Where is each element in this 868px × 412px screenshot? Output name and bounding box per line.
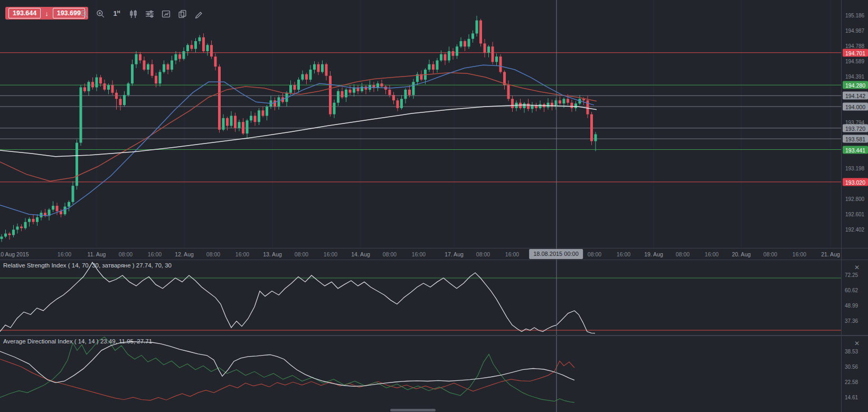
price-level-badge: 194.280	[843, 81, 868, 89]
candle-body	[171, 61, 173, 70]
time-tick-label: 12. Aug	[175, 251, 194, 257]
candle-body	[4, 234, 7, 237]
candle-body	[305, 74, 308, 80]
candle-body	[436, 61, 439, 70]
time-tick-label: 16:00	[792, 251, 806, 257]
time-tick-label: 10 Aug 2015	[0, 251, 29, 257]
candle-body	[107, 85, 110, 90]
candle-body	[389, 90, 391, 95]
time-tick-label: 11. Aug	[88, 251, 106, 257]
snapshot-icon[interactable]	[160, 8, 172, 20]
candle-body	[147, 64, 149, 70]
candle-body	[404, 90, 407, 99]
zoom-out-icon[interactable]	[78, 8, 90, 20]
time-tick-label: 17. Aug	[445, 251, 464, 257]
adx-minus-di-line	[0, 359, 574, 400]
candle-body	[36, 217, 39, 222]
candle-body	[52, 206, 54, 209]
adx-scale-label: 14.61	[845, 395, 858, 400]
compare-icon[interactable]	[176, 8, 188, 20]
scrollbar-handle[interactable]	[390, 409, 436, 411]
candle-body	[151, 64, 154, 76]
candle-body	[191, 45, 193, 49]
price-level-badge: 194.000	[843, 103, 868, 111]
candle-body	[539, 104, 542, 108]
candle-body	[8, 234, 11, 235]
adx-scale-label: 30.56	[845, 364, 858, 370]
price-tick-label: 194.788	[845, 43, 864, 49]
candle-body	[582, 99, 585, 100]
candle-body	[96, 78, 98, 88]
candle-body	[91, 82, 94, 87]
indicators-icon[interactable]	[127, 8, 139, 20]
candle-body	[495, 56, 498, 62]
time-tick-label: 08:00	[119, 251, 133, 257]
rsi-title: Relative Strength Index ( 14, 70, 30, за…	[3, 262, 172, 269]
candle-body	[456, 46, 458, 56]
settings-sliders-icon[interactable]	[144, 8, 155, 20]
timeframe-1h[interactable]: 1H	[111, 8, 122, 20]
candle-body	[238, 122, 241, 128]
candle-body	[590, 114, 593, 141]
candle-body	[183, 51, 185, 59]
candle-body	[325, 64, 328, 76]
time-tick-label: 16:00	[58, 251, 71, 257]
time-tick-label: 08:00	[588, 251, 601, 257]
candle-body	[527, 103, 530, 109]
candle-body	[163, 64, 165, 72]
time-tick-label: 19. Aug	[644, 251, 663, 257]
price-tick-label: 192.601	[845, 212, 864, 217]
time-axis[interactable]: 10 Aug 201516:0011. Aug08:0016:0012. Aug…	[0, 248, 868, 261]
candle-body	[178, 54, 181, 59]
adx-line	[0, 342, 574, 387]
price-tick-label: 194.589	[845, 59, 864, 64]
candle-body	[392, 95, 395, 100]
candle-body	[115, 93, 118, 99]
candle-body	[408, 90, 411, 95]
candle-body	[448, 51, 450, 61]
candle-body	[289, 85, 292, 93]
price-level-badge: 193.720	[843, 124, 868, 132]
arrow-down-icon: ↓	[45, 9, 49, 17]
rsi-scale-label: 48.99	[845, 303, 858, 309]
candle-body	[468, 39, 470, 47]
candle-body	[60, 211, 62, 214]
candle-body	[278, 98, 280, 107]
candle-body	[273, 100, 276, 107]
candle-body	[12, 229, 15, 235]
candle-body	[226, 118, 229, 126]
candle-body	[258, 110, 260, 122]
price-tick-label: 193.198	[845, 166, 864, 171]
candle-body	[16, 227, 19, 230]
candle-body	[262, 110, 265, 116]
candle-body	[301, 74, 304, 80]
candle-body	[1, 237, 3, 239]
time-tick-label: 16:00	[148, 251, 162, 257]
time-tick-label: 08:00	[206, 251, 220, 257]
candle-body	[471, 33, 474, 39]
candle-body	[595, 135, 597, 141]
adx-close-button[interactable]: ✕	[853, 339, 861, 348]
candle-body	[76, 143, 78, 186]
rsi-close-button[interactable]: ✕	[853, 263, 861, 272]
candle-body	[266, 107, 268, 116]
candle-body	[32, 219, 35, 222]
candle-body	[242, 122, 244, 133]
zoom-in-icon[interactable]	[95, 8, 106, 20]
rsi-line	[0, 262, 595, 333]
candle-body	[571, 103, 573, 108]
ma-white-line	[0, 105, 597, 157]
candle-body	[361, 87, 363, 91]
price-level-badge: 194.142	[843, 92, 868, 100]
chart-canvas[interactable]	[0, 0, 868, 412]
rsi-scale-label: 37.36	[845, 318, 858, 324]
candle-body	[559, 100, 561, 103]
candle-body	[56, 206, 59, 211]
candle-body	[246, 120, 249, 133]
time-tick-label: 16:00	[505, 251, 519, 257]
candle-body	[230, 116, 233, 126]
draw-icon[interactable]	[193, 8, 204, 20]
candle-body	[167, 64, 169, 70]
candle-body	[202, 37, 205, 51]
sell-button[interactable]: 193.644	[8, 8, 41, 18]
